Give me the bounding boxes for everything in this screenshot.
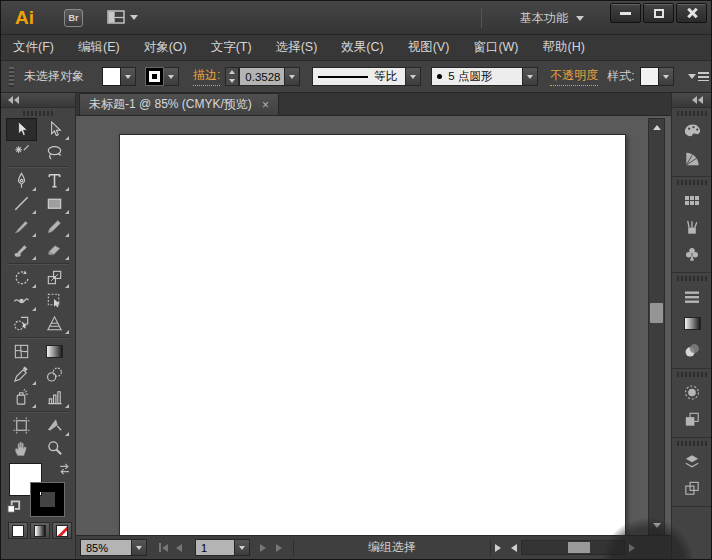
- swatches-panel-button[interactable]: [672, 187, 712, 214]
- dock-group-grip[interactable]: [677, 180, 707, 185]
- menu-view[interactable]: 视图(V): [408, 39, 450, 56]
- document-tab[interactable]: 未标题-1 @ 85% (CMYK/预览) ×: [79, 93, 279, 115]
- zoom-level-field[interactable]: 85%: [80, 539, 132, 556]
- color-mode-button[interactable]: [8, 522, 28, 539]
- color-panel-button[interactable]: [672, 118, 712, 145]
- menu-edit[interactable]: 编辑(E): [78, 39, 120, 56]
- menu-effect[interactable]: 效果(C): [341, 39, 383, 56]
- menu-file[interactable]: 文件(F): [13, 39, 54, 56]
- stroke-weight-stepper[interactable]: [225, 67, 239, 86]
- scroll-down-button[interactable]: [649, 519, 664, 532]
- stroke-weight-dropdown[interactable]: [285, 67, 300, 86]
- scroll-left-button[interactable]: [507, 539, 521, 556]
- type-tool[interactable]: [39, 169, 70, 192]
- brushes-panel-button[interactable]: [672, 214, 712, 241]
- stepper-up-icon[interactable]: [226, 68, 238, 77]
- previous-artboard-button[interactable]: [171, 539, 187, 556]
- maximize-button[interactable]: [643, 3, 674, 23]
- canvas-pasteboard[interactable]: [76, 116, 671, 535]
- fill-color-dropdown[interactable]: [121, 67, 136, 86]
- menu-help[interactable]: 帮助(H): [543, 39, 585, 56]
- dock-group-grip[interactable]: [677, 441, 707, 446]
- magic-wand-tool[interactable]: [6, 141, 37, 164]
- fill-color-swatch[interactable]: [102, 67, 121, 86]
- stroke-proxy-swatch[interactable]: [31, 483, 64, 516]
- tools-panel-header[interactable]: [1, 93, 75, 108]
- slice-tool[interactable]: [39, 414, 70, 437]
- bridge-button[interactable]: Br: [64, 9, 83, 27]
- lasso-tool[interactable]: [39, 141, 70, 164]
- opacity-panel-link[interactable]: 不透明度: [550, 67, 598, 86]
- symbols-panel-button[interactable]: [672, 241, 712, 268]
- blend-tool[interactable]: [39, 363, 70, 386]
- menu-select[interactable]: 选择(S): [276, 39, 318, 56]
- gradient-mode-button[interactable]: [30, 522, 50, 539]
- shape-builder-tool[interactable]: [6, 312, 37, 335]
- last-artboard-button[interactable]: [271, 539, 287, 556]
- scale-tool[interactable]: [39, 266, 70, 289]
- appearance-panel-button[interactable]: [672, 379, 712, 406]
- workspace-switcher[interactable]: 基本功能: [520, 10, 584, 27]
- mesh-tool[interactable]: [6, 340, 37, 363]
- width-tool[interactable]: [6, 289, 37, 312]
- pen-tool[interactable]: [6, 169, 37, 192]
- dock-group-grip[interactable]: [677, 372, 707, 377]
- rectangle-tool[interactable]: [39, 192, 70, 215]
- stroke-weight-field[interactable]: 0.3528: [239, 67, 285, 86]
- arrange-documents-button[interactable]: [107, 10, 138, 25]
- stepper-down-icon[interactable]: [226, 77, 238, 86]
- pencil-tool[interactable]: [39, 215, 70, 238]
- width-profile-field[interactable]: 等比: [312, 67, 406, 86]
- brush-definition-field[interactable]: 5 点圆形: [431, 67, 523, 86]
- horizontal-scrollbar-track[interactable]: [521, 540, 625, 555]
- symbol-sprayer-tool[interactable]: [6, 386, 37, 409]
- graphic-style-swatch[interactable]: [640, 67, 659, 86]
- zoom-level-dropdown[interactable]: [132, 539, 147, 556]
- tools-panel-grip[interactable]: [23, 111, 53, 116]
- color-guide-panel-button[interactable]: [672, 145, 712, 172]
- rotate-tool[interactable]: [6, 266, 37, 289]
- eraser-tool[interactable]: [39, 238, 70, 261]
- artboard[interactable]: [119, 134, 626, 535]
- stroke-panel-button[interactable]: [672, 283, 712, 310]
- stroke-panel-link[interactable]: 描边:: [193, 67, 220, 86]
- width-profile-dropdown[interactable]: [406, 67, 421, 86]
- selection-tool[interactable]: [6, 118, 37, 141]
- default-fill-stroke-icon[interactable]: [7, 500, 22, 515]
- direct-selection-tool[interactable]: [39, 118, 70, 141]
- transparency-panel-button[interactable]: [672, 337, 712, 364]
- brush-definition-dropdown[interactable]: [523, 67, 538, 86]
- dock-header[interactable]: [672, 93, 711, 108]
- zoom-tool[interactable]: [39, 437, 70, 460]
- next-artboard-button[interactable]: [255, 539, 271, 556]
- none-mode-button[interactable]: [52, 522, 72, 539]
- graphic-styles-panel-button[interactable]: [672, 406, 712, 433]
- artboard-number-field[interactable]: 1: [195, 539, 235, 556]
- layers-panel-button[interactable]: [672, 448, 712, 475]
- swap-fill-stroke-icon[interactable]: [57, 462, 72, 476]
- menu-object[interactable]: 对象(O): [144, 39, 187, 56]
- stroke-color-dropdown[interactable]: [164, 67, 179, 86]
- tab-close-icon[interactable]: ×: [262, 99, 269, 111]
- blob-brush-tool[interactable]: [6, 238, 37, 261]
- stroke-color-swatch[interactable]: [145, 67, 164, 86]
- control-bar-grip[interactable]: [9, 67, 14, 87]
- menu-type[interactable]: 文字(T): [211, 39, 252, 56]
- scroll-right-button[interactable]: [625, 539, 639, 556]
- close-button[interactable]: [676, 3, 707, 23]
- graphic-style-dropdown[interactable]: [659, 67, 674, 86]
- vertical-scrollbar[interactable]: [648, 118, 665, 535]
- gradient-tool[interactable]: [39, 340, 70, 363]
- eyedropper-tool[interactable]: [6, 363, 37, 386]
- horizontal-scrollbar-thumb[interactable]: [568, 542, 590, 553]
- artboard-tool[interactable]: [6, 414, 37, 437]
- first-artboard-button[interactable]: [155, 539, 171, 556]
- control-panel-menu-button[interactable]: [688, 72, 709, 81]
- minimize-button[interactable]: [610, 3, 641, 23]
- gradient-panel-button[interactable]: [672, 310, 712, 337]
- line-segment-tool[interactable]: [6, 192, 37, 215]
- scroll-up-button[interactable]: [649, 121, 664, 134]
- artboard-number-dropdown[interactable]: [235, 539, 250, 556]
- horizontal-scrollbar[interactable]: [507, 539, 639, 556]
- artboards-panel-button[interactable]: [672, 475, 712, 502]
